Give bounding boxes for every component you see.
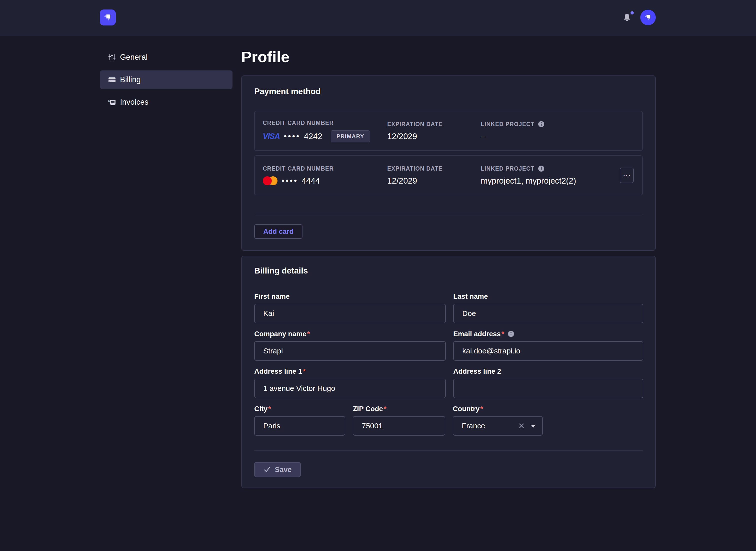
- city-zip-country-row: City * ZIP Code * Country *: [254, 405, 643, 436]
- add-card-button[interactable]: Add card: [254, 224, 302, 239]
- expiration-date-value: 12/2029: [387, 132, 481, 141]
- linked-project-value: –: [481, 132, 619, 141]
- required-asterisk: *: [307, 330, 310, 338]
- address-line-1-label: Address line 1 *: [254, 368, 446, 375]
- linked-project-cell: LINKED PROJECT myproject1, myproject2(2): [481, 165, 619, 185]
- credit-card-icon: [108, 76, 116, 84]
- strapi-logo[interactable]: [100, 9, 116, 25]
- first-name-field-group: First name: [254, 293, 446, 323]
- label-text: First name: [254, 293, 290, 300]
- company-name-label: Company name *: [254, 330, 446, 338]
- expiration-date-value: 12/2029: [387, 176, 481, 185]
- required-asterisk: *: [303, 368, 305, 375]
- sidebar-item-invoices[interactable]: $ Invoices: [100, 93, 233, 111]
- strapi-logomark-icon: [102, 12, 113, 23]
- card-last4: 4242: [304, 132, 322, 141]
- card-more-actions-button[interactable]: ⋯: [620, 167, 634, 183]
- country-label: Country *: [453, 405, 543, 413]
- first-name-input[interactable]: [254, 304, 446, 323]
- invoice-icon: $: [108, 98, 116, 106]
- required-asterisk: *: [480, 405, 483, 413]
- credit-card-row-visa: CREDIT CARD NUMBER VISA •••• 4242 PRIMAR…: [254, 111, 643, 151]
- label-text: Address line 2: [453, 368, 501, 375]
- main-content: Profile Payment method CREDIT CARD NUMBE…: [241, 35, 656, 488]
- payment-method-title: Payment method: [254, 87, 643, 96]
- expiration-date-label: EXPIRATION DATE: [387, 165, 481, 172]
- country-field-group: Country *: [453, 405, 543, 436]
- zip-field-group: ZIP Code *: [353, 405, 445, 436]
- required-asterisk: *: [384, 405, 387, 413]
- notification-dot: [631, 11, 634, 14]
- linked-project-label-text: LINKED PROJECT: [481, 165, 534, 172]
- email-address-input[interactable]: [453, 341, 643, 361]
- linked-project-label: LINKED PROJECT: [481, 165, 619, 172]
- label-text: Address line 1: [254, 368, 302, 375]
- masked-digits: ••••: [284, 132, 300, 141]
- chevron-down-icon[interactable]: [530, 424, 536, 428]
- primary-badge: PRIMARY: [331, 130, 370, 142]
- save-button-label: Save: [275, 466, 292, 474]
- user-avatar[interactable]: [640, 10, 656, 25]
- page-title: Profile: [241, 48, 656, 65]
- first-name-label: First name: [254, 293, 446, 300]
- topbar-actions: [623, 10, 656, 25]
- country-select[interactable]: [453, 416, 543, 436]
- label-text: Last name: [453, 293, 488, 300]
- settings-sidebar: General Billing $ Invoices: [100, 48, 233, 115]
- bell-icon: [623, 13, 631, 22]
- company-field-group: Company name *: [254, 330, 446, 361]
- address-line-2-label: Address line 2: [453, 368, 643, 375]
- sidebar-item-billing[interactable]: Billing: [100, 70, 233, 89]
- visa-logo: VISA: [263, 132, 280, 141]
- credit-card-row-mastercard: CREDIT CARD NUMBER •••• 4444 EXPIRATION …: [254, 155, 643, 195]
- check-icon: [263, 466, 271, 473]
- credit-card-cell: CREDIT CARD NUMBER •••• 4444: [263, 165, 387, 185]
- zip-code-input[interactable]: [353, 416, 445, 436]
- label-text: Email address: [453, 330, 501, 338]
- city-label: City *: [254, 405, 345, 413]
- info-icon[interactable]: [538, 121, 544, 127]
- label-text: City: [254, 405, 267, 413]
- city-input[interactable]: [254, 416, 345, 436]
- address-line-2-input[interactable]: [453, 379, 643, 398]
- address-line-1-input[interactable]: [254, 379, 446, 398]
- clear-icon[interactable]: [518, 423, 525, 429]
- zip-code-label: ZIP Code *: [353, 405, 445, 413]
- save-button[interactable]: Save: [254, 462, 301, 477]
- last-name-input[interactable]: [453, 304, 643, 323]
- payment-method-card: Payment method CREDIT CARD NUMBER VISA •…: [241, 75, 656, 251]
- payment-cards-list: CREDIT CARD NUMBER VISA •••• 4242 PRIMAR…: [254, 111, 643, 195]
- last-name-field-group: Last name: [453, 293, 643, 323]
- card-last4: 4444: [301, 176, 320, 185]
- info-icon[interactable]: [508, 331, 514, 337]
- linked-project-cell: LINKED PROJECT –: [481, 121, 619, 141]
- top-bar: [0, 0, 756, 35]
- sidebar-item-general[interactable]: General: [100, 48, 233, 66]
- linked-project-value: myproject1, myproject2(2): [481, 176, 619, 185]
- section-divider: [254, 450, 643, 451]
- notifications-button[interactable]: [623, 13, 632, 22]
- expiration-cell: EXPIRATION DATE 12/2029: [387, 121, 481, 141]
- sliders-icon: [108, 53, 116, 61]
- required-asterisk: *: [502, 330, 504, 338]
- email-address-label: Email address *: [453, 330, 643, 338]
- credit-card-cell: CREDIT CARD NUMBER VISA •••• 4242 PRIMAR…: [263, 120, 387, 142]
- strapi-logomark-icon: [643, 12, 653, 22]
- linked-project-label: LINKED PROJECT: [481, 121, 619, 128]
- company-name-input[interactable]: [254, 341, 446, 361]
- address1-field-group: Address line 1 *: [254, 368, 446, 398]
- billing-details-card: Billing details First name Last name Com…: [241, 256, 656, 488]
- address2-field-group: Address line 2: [453, 368, 643, 398]
- country-select-value[interactable]: [453, 416, 543, 436]
- section-divider: [254, 214, 643, 214]
- email-field-group: Email address *: [453, 330, 643, 361]
- city-field-group: City *: [254, 405, 345, 436]
- label-text: Country: [453, 405, 480, 413]
- credit-card-number-label: CREDIT CARD NUMBER: [263, 165, 387, 172]
- label-text: ZIP Code: [353, 405, 383, 413]
- svg-text:$: $: [108, 99, 110, 103]
- required-asterisk: *: [268, 405, 271, 413]
- label-text: Company name: [254, 330, 306, 338]
- sidebar-item-label: Billing: [120, 75, 141, 84]
- info-icon[interactable]: [538, 165, 544, 172]
